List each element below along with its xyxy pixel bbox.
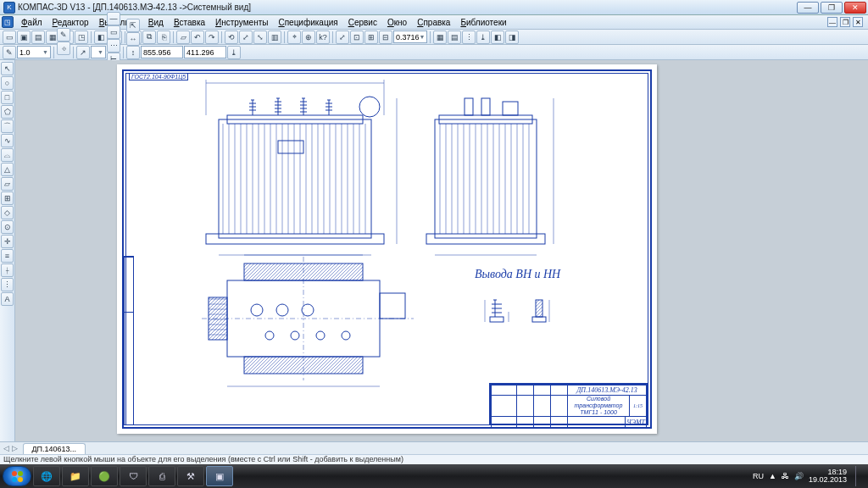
menu-file[interactable]: Файл bbox=[16, 18, 47, 27]
tray-sound-icon[interactable]: 🔊 bbox=[794, 472, 804, 480]
svg-rect-1 bbox=[206, 234, 384, 244]
task-game[interactable]: 🛡 bbox=[120, 466, 147, 486]
tool-button[interactable]: ⊡ bbox=[350, 30, 364, 44]
maximize-button[interactable]: ❐ bbox=[821, 2, 843, 14]
menu-libs[interactable]: Библиотеки bbox=[455, 18, 511, 27]
tool-button[interactable]: ⟲ bbox=[225, 30, 238, 44]
tool-button[interactable]: ▭ bbox=[3, 30, 16, 44]
svg-point-73 bbox=[276, 304, 288, 316]
menu-service[interactable]: Сервис bbox=[343, 18, 382, 27]
doc-tab[interactable]: ДП.140613... bbox=[23, 443, 86, 454]
left-tool-button[interactable]: ▱ bbox=[1, 177, 14, 191]
tray-lang[interactable]: RU bbox=[753, 472, 764, 480]
tool-button[interactable]: ↷ bbox=[205, 30, 219, 44]
left-tool-button[interactable]: ⌒ bbox=[1, 119, 14, 133]
tool-button[interactable]: ▭ bbox=[107, 25, 120, 39]
menu-insert[interactable]: Вставка bbox=[169, 18, 210, 27]
tool-button[interactable]: ⤓ bbox=[476, 30, 490, 44]
left-tool-button[interactable]: ⌓ bbox=[1, 148, 14, 162]
main-area: ↖○□⬠⌒∿⌓△▱⊞◇⊙✛≡⟊⋮A ГОСТ2.104-90Ф1Ц5 bbox=[0, 60, 868, 441]
tool-button[interactable]: ↕ bbox=[126, 46, 140, 59]
svg-point-92 bbox=[18, 477, 23, 482]
tool-button[interactable]: ▥ bbox=[268, 30, 281, 44]
task-chrome[interactable]: 🌐 bbox=[33, 466, 60, 486]
tool-button[interactable]: ▤ bbox=[31, 30, 45, 44]
task-kompas[interactable]: ▣ bbox=[206, 466, 233, 486]
left-tool-button[interactable]: ↖ bbox=[1, 62, 14, 75]
tool-button[interactable]: ◳ bbox=[75, 30, 88, 44]
tray-network-icon[interactable]: 🖧 bbox=[782, 472, 789, 480]
status-prompt: Щелкните левой кнопкой мыши на объекте д… bbox=[0, 454, 868, 464]
task-utorrent[interactable]: 🟢 bbox=[91, 466, 118, 486]
style-icon[interactable]: ↗ bbox=[76, 46, 90, 59]
document-tabs: ◁ ▷ ДП.140613... bbox=[0, 441, 868, 454]
left-tool-button[interactable]: ⟊ bbox=[1, 263, 14, 277]
minimize-button[interactable]: — bbox=[797, 2, 819, 14]
doc-close-button[interactable]: ✕ bbox=[853, 17, 863, 27]
tool-button[interactable]: ⋮ bbox=[462, 30, 476, 44]
menu-help[interactable]: Справка bbox=[412, 18, 455, 27]
tool-button[interactable]: ⎘ bbox=[157, 30, 170, 44]
menu-view[interactable]: Вид bbox=[143, 18, 169, 27]
tool-button[interactable]: ▦ bbox=[433, 30, 447, 44]
tool-button[interactable]: ⌖ bbox=[287, 30, 301, 44]
tool-button[interactable]: ◧ bbox=[491, 30, 504, 44]
close-button[interactable]: ✕ bbox=[844, 2, 866, 14]
tool-button[interactable]: ⤡ bbox=[253, 30, 267, 44]
left-tool-button[interactable]: △ bbox=[1, 163, 14, 176]
tool-button[interactable]: ↶ bbox=[191, 30, 204, 44]
left-tool-button[interactable]: ✛ bbox=[1, 235, 14, 248]
tool-button[interactable]: ⊕ bbox=[302, 30, 315, 44]
tool-button[interactable]: ⇱ bbox=[126, 19, 140, 32]
left-tool-button[interactable]: ⋮ bbox=[1, 278, 14, 291]
menu-spec[interactable]: Спецификация bbox=[273, 18, 342, 27]
doc-minimize-button[interactable]: — bbox=[827, 17, 837, 27]
start-button[interactable] bbox=[3, 466, 31, 486]
zoom-combo[interactable]: 0.3716▼ bbox=[393, 30, 427, 43]
left-tool-button[interactable]: ◇ bbox=[1, 206, 14, 219]
doc-maximize-button[interactable]: ❐ bbox=[840, 17, 850, 27]
svg-point-72 bbox=[251, 304, 263, 316]
tool-button[interactable]: ✎ bbox=[57, 28, 70, 42]
left-tool-button[interactable]: ⊞ bbox=[1, 191, 14, 205]
menu-window[interactable]: Окно bbox=[382, 18, 412, 27]
left-tool-button[interactable]: ○ bbox=[1, 76, 14, 90]
tray-flag-icon[interactable]: ▲ bbox=[769, 472, 776, 480]
tool-button[interactable]: ⤢ bbox=[336, 30, 349, 44]
menu-tools[interactable]: Инструменты bbox=[210, 18, 273, 27]
left-tool-button[interactable]: ∿ bbox=[1, 134, 14, 147]
left-tool-button[interactable]: ⬠ bbox=[1, 105, 14, 119]
tray-clock[interactable]: 18:1919.02.2013 bbox=[809, 469, 847, 485]
window-title: КОМПАС-3D V13 - [ДП.140613.МЭ-42.13 ->Си… bbox=[18, 3, 797, 12]
tool-button[interactable]: ⟐ bbox=[57, 42, 70, 55]
tool-button[interactable]: ▣ bbox=[17, 30, 31, 44]
coord-y-field[interactable]: 411.296 bbox=[184, 46, 226, 58]
lineweight-combo[interactable]: 1.0▼ bbox=[17, 46, 51, 58]
left-tool-button[interactable]: □ bbox=[1, 91, 14, 104]
title-block: ДП.140613.МЭ-42.13 Силовой трансформатор… bbox=[489, 383, 648, 425]
task-printer[interactable]: ⎙ bbox=[148, 466, 175, 486]
menu-editor[interactable]: Редактор bbox=[47, 18, 94, 27]
tool-button[interactable]: ⤢ bbox=[239, 30, 253, 44]
left-tool-button[interactable]: ≡ bbox=[1, 249, 14, 263]
tool-button[interactable]: ⋯ bbox=[107, 39, 120, 53]
canvas[interactable]: ГОСТ2.104-90Ф1Ц5 bbox=[15, 60, 868, 441]
coord-lock-icon[interactable]: ⤓ bbox=[227, 46, 241, 59]
left-tool-button[interactable]: ⊙ bbox=[1, 220, 14, 234]
task-settings[interactable]: ⚒ bbox=[177, 466, 204, 486]
tool-button[interactable]: k? bbox=[316, 30, 330, 44]
tool-button[interactable]: ⊞ bbox=[364, 30, 378, 44]
tool-button[interactable]: ◨ bbox=[505, 30, 519, 44]
tool-button[interactable]: ▤ bbox=[448, 30, 461, 44]
left-tool-button[interactable]: A bbox=[1, 292, 14, 306]
show-desktop-button[interactable] bbox=[855, 466, 862, 486]
coord-x-field[interactable]: 855.956 bbox=[141, 46, 183, 58]
tool-button[interactable]: ▱ bbox=[176, 30, 190, 44]
task-explorer[interactable]: 📁 bbox=[62, 466, 89, 486]
tool-button[interactable]: ◧ bbox=[94, 30, 108, 44]
tool-button[interactable]: — bbox=[107, 12, 120, 25]
tool-button[interactable]: ⧉ bbox=[142, 30, 156, 44]
style-combo[interactable]: ▼ bbox=[91, 46, 106, 58]
tool-button[interactable]: ↔ bbox=[126, 32, 140, 46]
tool-button[interactable]: ⊟ bbox=[379, 30, 392, 44]
